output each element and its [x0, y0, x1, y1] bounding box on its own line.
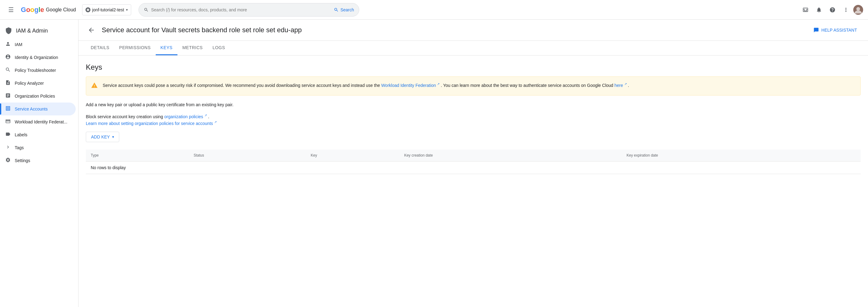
- page-header: Service account for Vault secrets backen…: [79, 20, 868, 41]
- tab-keys-label: KEYS: [161, 45, 173, 50]
- warning-text-2: . You can learn more about the best way …: [441, 83, 615, 88]
- sidebar-item-tags[interactable]: Tags: [0, 141, 76, 154]
- sidebar-item-labels[interactable]: Labels: [0, 128, 76, 141]
- sidebar-item-policy-troubleshooter-label: Policy Troubleshooter: [15, 68, 56, 73]
- workload-identity-icon: [5, 118, 11, 125]
- tab-logs-label: LOGS: [212, 45, 225, 50]
- svg-point-2: [856, 7, 860, 11]
- help-button[interactable]: [826, 4, 839, 16]
- google-cloud-logo: Google Google Cloud: [21, 6, 76, 14]
- workload-identity-link-label: Workload Identity Federation: [381, 83, 436, 88]
- org-policies-link[interactable]: organization policies ↗: [164, 114, 208, 119]
- search-magnifier-icon: [144, 7, 149, 12]
- tags-icon: [5, 144, 11, 151]
- external-link-icon-2: ↗: [624, 82, 627, 86]
- app-layout: IAM & Admin IAM Identity & Organization …: [0, 20, 868, 307]
- search-icon: [334, 7, 339, 12]
- search-bar[interactable]: Search: [138, 3, 359, 17]
- external-link-icon-3: ↗: [205, 114, 207, 117]
- warning-text: Service account keys could pose a securi…: [103, 82, 629, 89]
- tab-metrics[interactable]: METRICS: [178, 41, 208, 55]
- sidebar-item-settings[interactable]: Settings: [0, 154, 76, 167]
- sidebar-item-labels-label: Labels: [15, 132, 27, 137]
- sidebar-item-org-policies-label: Organization Policies: [15, 94, 55, 99]
- project-dropdown-icon: ▾: [126, 8, 128, 12]
- search-label: Search: [341, 7, 354, 12]
- project-name: jonf-tutorial2-test: [92, 7, 124, 12]
- notifications-button[interactable]: [813, 4, 825, 16]
- sidebar-item-service-accounts[interactable]: Service Accounts: [0, 103, 76, 115]
- tab-logs[interactable]: LOGS: [208, 41, 230, 55]
- col-creation-date: Key creation date: [399, 149, 622, 162]
- help-assistant-button[interactable]: HELP ASSISTANT: [810, 25, 861, 35]
- here-link[interactable]: here ↗: [615, 83, 628, 88]
- warning-icon: [91, 82, 98, 90]
- tabs-bar: DETAILS PERMISSIONS KEYS METRICS LOGS: [79, 41, 868, 56]
- google-logo-icon: Google: [21, 6, 44, 14]
- here-link-label: here: [615, 83, 623, 88]
- add-key-chevron-icon: ▾: [112, 135, 114, 139]
- external-link-icon-1: ↗: [437, 82, 439, 86]
- avatar[interactable]: [853, 5, 863, 15]
- keys-content: Keys Service account keys could pose a s…: [79, 56, 868, 182]
- block-text-1: Block service account key creation using: [86, 114, 164, 119]
- iam-icon: [5, 41, 11, 48]
- learn-more-link-label: Learn more about setting organization po…: [86, 121, 213, 126]
- sidebar-title: IAM & Admin: [16, 28, 48, 34]
- tab-details[interactable]: DETAILS: [86, 41, 114, 55]
- add-key-button[interactable]: ADD KEY ▾: [86, 132, 119, 142]
- sidebar-item-policy-troubleshooter[interactable]: Policy Troubleshooter: [0, 64, 76, 77]
- sidebar: IAM & Admin IAM Identity & Organization …: [0, 20, 79, 307]
- keys-table: Type Status Key Key creation date Key ex…: [86, 149, 861, 174]
- col-type: Type: [86, 149, 189, 162]
- sidebar-item-workload-identity[interactable]: Workload Identity Federat...: [0, 115, 76, 128]
- table-header-row: Type Status Key Key creation date Key ex…: [86, 149, 861, 162]
- sidebar-item-iam[interactable]: IAM: [0, 38, 76, 51]
- col-status: Status: [189, 149, 306, 162]
- warning-banner: Service account keys could pose a securi…: [86, 77, 861, 95]
- keys-title: Keys: [86, 63, 861, 72]
- external-link-icon-4: ↗: [214, 121, 217, 124]
- add-key-info-text: Add a new key pair or upload a public ke…: [86, 102, 861, 108]
- labels-icon: [5, 131, 11, 138]
- learn-more-link[interactable]: Learn more about setting organization po…: [86, 121, 217, 126]
- tab-permissions[interactable]: PERMISSIONS: [114, 41, 156, 55]
- sidebar-item-policy-analyzer[interactable]: Policy Analyzer: [0, 77, 76, 90]
- warning-text-3: .: [628, 83, 629, 88]
- table-empty-row: No rows to display: [86, 162, 861, 174]
- sidebar-item-service-accounts-label: Service Accounts: [15, 107, 48, 111]
- more-options-button[interactable]: [840, 4, 852, 16]
- block-text-2: .: [208, 114, 209, 119]
- tab-details-label: DETAILS: [91, 45, 110, 50]
- sidebar-item-iam-label: IAM: [15, 42, 22, 47]
- identity-org-icon: [5, 54, 11, 61]
- sidebar-item-identity-org[interactable]: Identity & Organization: [0, 51, 76, 64]
- hamburger-menu[interactable]: ☰: [5, 4, 17, 16]
- add-key-label: ADD KEY: [91, 135, 110, 139]
- policy-analyzer-icon: [5, 80, 11, 87]
- service-accounts-icon: [5, 106, 11, 112]
- hamburger-icon: ☰: [8, 6, 14, 13]
- project-icon: [86, 7, 90, 12]
- sidebar-item-tags-label: Tags: [15, 145, 24, 150]
- search-button[interactable]: Search: [334, 7, 354, 12]
- terminal-button[interactable]: [799, 4, 812, 16]
- sidebar-item-identity-org-label: Identity & Organization: [15, 55, 58, 60]
- col-expiration-date: Key expiration date: [622, 149, 861, 162]
- sidebar-item-policy-analyzer-label: Policy Analyzer: [15, 81, 44, 86]
- project-selector[interactable]: jonf-tutorial2-test ▾: [82, 4, 131, 16]
- warning-text-1: Service account keys could pose a securi…: [103, 83, 381, 88]
- org-policies-icon: [5, 93, 11, 100]
- sidebar-item-org-policies[interactable]: Organization Policies: [0, 90, 76, 103]
- search-input[interactable]: [151, 7, 331, 12]
- back-button[interactable]: [86, 25, 97, 36]
- content-area: Service account for Vault secrets backen…: [79, 20, 868, 307]
- col-key: Key: [306, 149, 399, 162]
- chat-icon: [813, 27, 819, 33]
- top-navigation: ☰ Google Google Cloud jonf-tutorial2-tes…: [0, 0, 868, 20]
- tab-keys[interactable]: KEYS: [156, 41, 178, 55]
- org-policies-link-label: organization policies: [164, 114, 203, 119]
- workload-identity-link[interactable]: Workload Identity Federation ↗: [381, 83, 441, 88]
- tab-permissions-label: PERMISSIONS: [119, 45, 151, 50]
- policy-troubleshooter-icon: [5, 67, 11, 74]
